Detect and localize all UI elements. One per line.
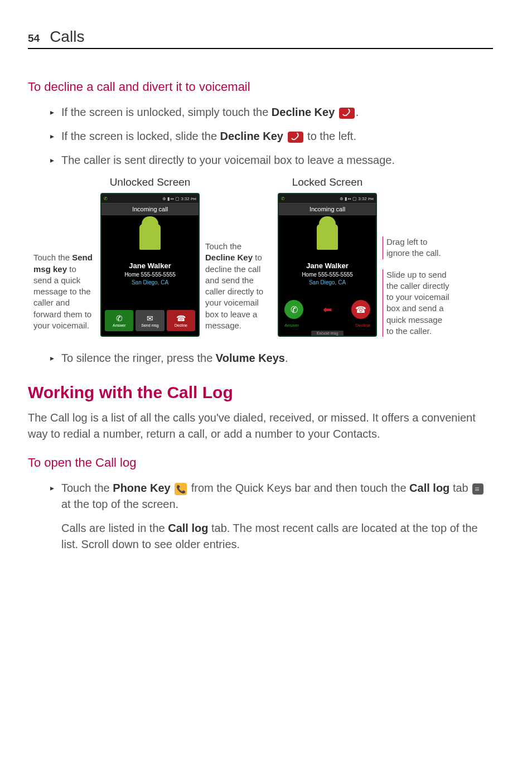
annotation-sendmsg: Touch the Send msg key to send a quick m… [33, 252, 95, 337]
text: If the screen is unlocked, simply touch … [61, 106, 272, 118]
text: to the left. [304, 130, 356, 142]
decline-label: Decline [355, 323, 370, 328]
status-bar: ✆ ⊕ ▮ ▪▪ ▢ 3:32 ᴘᴍ [101, 194, 199, 203]
caller-number: Home 555-555-5555 [279, 271, 376, 279]
phone-locked: ✆ ⊕ ▮ ▪▪ ▢ 3:32 ᴘᴍ Incoming call Jane Wa… [278, 193, 377, 337]
caller-location: San Diego, CA [101, 279, 199, 287]
heading-call-log: Working with the Call Log [28, 383, 493, 402]
decline-key-label: Decline Key [205, 253, 253, 262]
text: If the screen is locked, slide the [61, 130, 220, 142]
incoming-banner: Incoming call [279, 203, 376, 215]
text: . [285, 352, 288, 364]
page-number: 54 [28, 32, 40, 45]
message-icon: ✉ [147, 314, 153, 323]
screenshots-row: Touch the Send msg key to send a quick m… [28, 176, 493, 337]
caller-info: Jane Walker Home 555-555-5555 San Diego,… [279, 259, 376, 289]
locked-screen-block: Locked Screen ✆ ⊕ ▮ ▪▪ ▢ 3:32 ᴘᴍ Incomin… [278, 176, 377, 337]
bullet-unlocked: If the screen is unlocked, simply touch … [50, 104, 493, 120]
decline-slider[interactable]: ☎ [351, 300, 370, 319]
annotation-drag-left: Drag left to ignore the call. [383, 236, 449, 259]
excuse-msg-tab[interactable]: Excuse msg [311, 331, 344, 336]
avatar-area [279, 215, 376, 259]
text: tab [449, 482, 471, 494]
call-log-label: Call log [409, 482, 449, 494]
subheading-open-call-log: To open the Call log [28, 456, 493, 470]
text: to decline the call and send the caller … [205, 253, 263, 330]
annotation-slide-up: Slide up to send the caller directly to … [383, 269, 449, 337]
bullet-open-call-log: Touch the Phone Key from the Quick Keys … [50, 480, 493, 512]
text: from the Quick Keys bar and then touch t… [188, 482, 409, 494]
answer-slider[interactable]: ✆ [284, 300, 303, 319]
decline-label: Decline [175, 323, 187, 327]
annotation-decline: Touch the Decline Key to decline the cal… [205, 241, 272, 337]
section-title: Calls [50, 28, 84, 46]
caller-number: Home 555-555-5555 [101, 271, 199, 279]
bullet-silence: To silence the ringer, press the Volume … [50, 350, 493, 366]
open-call-log-list: Touch the Phone Key from the Quick Keys … [28, 480, 493, 512]
annotation-locked-right: Drag left to ignore the call. Slide up t… [383, 176, 449, 337]
unlocked-buttons-row: ✆Answer ✉Send msg ☎Decline [101, 307, 199, 331]
caption-locked: Locked Screen [292, 176, 363, 188]
bullet-locked: If the screen is locked, slide the Decli… [50, 128, 493, 144]
call-log-order-note: Calls are listed in the Call log tab. Th… [61, 520, 493, 553]
decline-key-icon [288, 132, 303, 143]
caller-name: Jane Walker [279, 261, 376, 271]
sendmsg-label: Send msg [141, 323, 159, 327]
avatar-area [101, 215, 199, 259]
status-time: 3:32 [358, 196, 367, 201]
decline-key-label: Decline Key [272, 106, 335, 118]
silence-ringer-list: To silence the ringer, press the Volume … [28, 350, 493, 366]
status-call-icon: ✆ [104, 196, 108, 201]
caller-location: San Diego, CA [279, 279, 376, 287]
decline-instructions-list: If the screen is unlocked, simply touch … [28, 104, 493, 168]
phone-unlocked: ✆ ⊕ ▮ ▪▪ ▢ 3:32 ᴘᴍ Incoming call Jane Wa… [100, 193, 200, 337]
call-log-description: The Call log is a list of all the calls … [28, 410, 493, 442]
decline-key-label: Decline Key [220, 130, 283, 142]
page-header: 54 Calls [28, 28, 493, 49]
hangup-icon: ☎ [176, 314, 186, 323]
answer-label: Answer [284, 323, 299, 328]
caller-name: Jane Walker [101, 261, 199, 271]
android-avatar-icon [139, 224, 161, 250]
text: to send a quick message to the caller an… [33, 264, 91, 330]
volume-keys-label: Volume Keys [216, 352, 285, 364]
text: Calls are listed in the [61, 522, 168, 534]
text: Touch the [205, 241, 241, 251]
status-right: ⊕ ▮ ▪▪ ▢ 3:32 ᴘᴍ [162, 196, 196, 201]
status-time: 3:32 [181, 196, 190, 201]
answer-label: Answer [113, 323, 125, 327]
incoming-banner: Incoming call [101, 203, 199, 215]
bullet-voicemail: The caller is sent directly to your voic… [50, 152, 493, 168]
decline-key-icon [339, 108, 355, 119]
send-msg-button[interactable]: ✉Send msg [136, 310, 164, 331]
subheading-decline-call: To decline a call and divert it to voice… [28, 80, 493, 94]
phone-key-label: Phone Key [113, 482, 170, 494]
android-avatar-icon [317, 224, 338, 250]
text: at the top of the screen. [61, 498, 178, 510]
answer-button[interactable]: ✆Answer [105, 310, 133, 331]
status-bar: ✆ ⊕ ▮ ▪▪ ▢ 3:32 ᴘᴍ [279, 194, 376, 203]
caption-unlocked: Unlocked Screen [110, 176, 191, 188]
status-call-icon: ✆ [281, 196, 285, 201]
unlocked-screen-block: Unlocked Screen ✆ ⊕ ▮ ▪▪ ▢ 3:32 ᴘᴍ Incom… [100, 176, 200, 337]
locked-slider-row: ✆ ⬅ ☎ [279, 300, 376, 319]
phone-icon: ✆ [116, 314, 123, 323]
call-log-tab-icon [472, 483, 483, 495]
text: Touch the [33, 253, 72, 262]
call-log-label: Call log [168, 522, 208, 534]
decline-button[interactable]: ☎Decline [167, 310, 195, 331]
text: To silence the ringer, press the [61, 352, 216, 364]
text: Touch the [61, 482, 113, 494]
status-right: ⊕ ▮ ▪▪ ▢ 3:32 ᴘᴍ [340, 196, 374, 201]
arrow-left-icon: ⬅ [323, 303, 332, 316]
locked-labels: Answer Decline [279, 323, 376, 328]
caller-info: Jane Walker Home 555-555-5555 San Diego,… [101, 259, 199, 289]
phone-key-icon [175, 483, 187, 495]
call-log-note: Calls are listed in the Call log tab. Th… [28, 520, 493, 553]
text: . [356, 106, 359, 118]
